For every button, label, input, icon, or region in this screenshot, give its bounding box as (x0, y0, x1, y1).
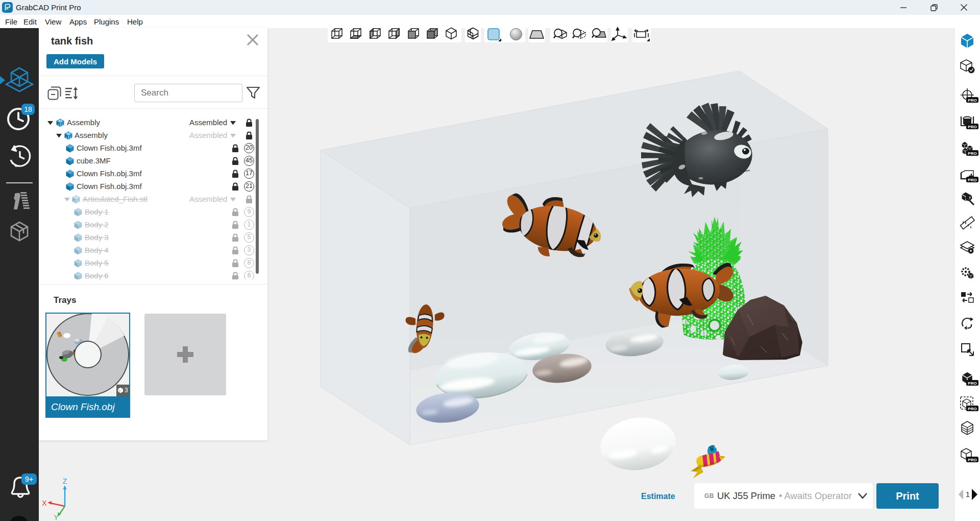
svg-text:Z: Z (63, 477, 67, 485)
svg-text:18: 18 (24, 105, 32, 113)
svg-text:9+: 9+ (25, 475, 34, 483)
svg-text:X: X (42, 499, 47, 507)
svg-text:Y: Y (54, 513, 59, 521)
svg-text:1: 1 (966, 490, 970, 499)
